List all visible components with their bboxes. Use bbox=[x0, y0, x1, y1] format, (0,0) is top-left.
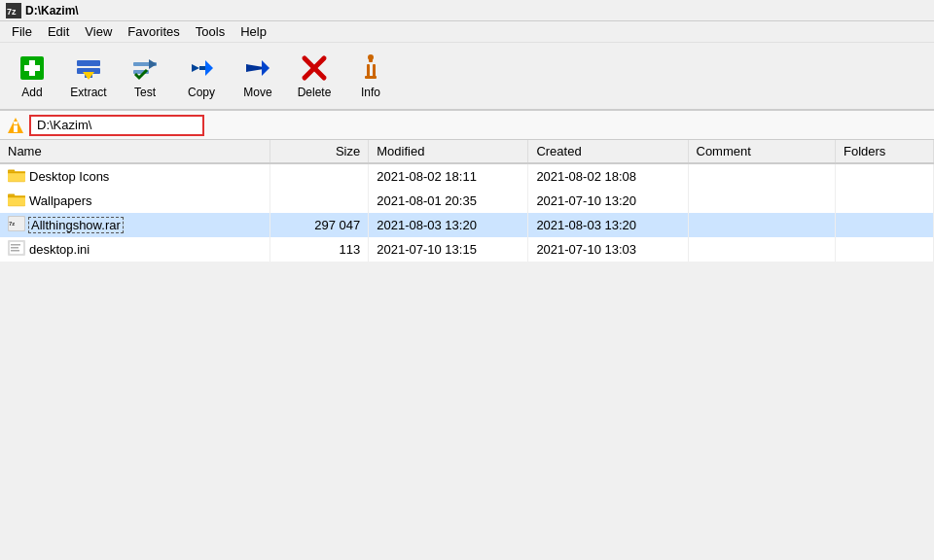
main-window: 7z D:\Kazim\ File Edit View Favorites To… bbox=[0, 0, 934, 560]
move-icon bbox=[242, 52, 273, 84]
test-icon bbox=[129, 52, 161, 84]
add-label: Add bbox=[21, 86, 42, 99]
svg-rect-34 bbox=[8, 195, 25, 197]
svg-rect-4 bbox=[24, 65, 40, 71]
menu-favorites[interactable]: Favorites bbox=[120, 22, 187, 41]
file-name-cell: Desktop Icons bbox=[0, 163, 270, 189]
info-button[interactable]: Info bbox=[344, 47, 397, 105]
menu-help[interactable]: Help bbox=[233, 22, 274, 41]
file-name-text: Wallpapers bbox=[29, 193, 92, 208]
file-created: 2021-08-02 18:08 bbox=[528, 163, 688, 189]
svg-rect-42 bbox=[11, 250, 19, 252]
copy-icon bbox=[186, 52, 217, 84]
app-icon: 7z bbox=[6, 3, 21, 18]
col-header-modified[interactable]: Modified bbox=[369, 140, 528, 163]
toolbar: Add Extract bbox=[0, 43, 934, 111]
delete-label: Delete bbox=[298, 86, 332, 99]
file-table: Name Size Modified Created Comment Folde… bbox=[0, 140, 934, 262]
file-folders bbox=[836, 163, 934, 189]
folder-icon bbox=[8, 192, 25, 207]
rar-file-icon: 7z bbox=[8, 216, 25, 234]
file-modified: 2021-08-02 18:11 bbox=[369, 163, 528, 189]
folder-file-icon bbox=[8, 167, 25, 186]
file-size bbox=[270, 189, 369, 213]
file-created: 2021-07-10 13:03 bbox=[528, 237, 688, 262]
table-row[interactable]: desktop.ini1132021-07-10 13:152021-07-10… bbox=[0, 237, 934, 262]
file-folders bbox=[836, 237, 934, 262]
ini-icon bbox=[8, 240, 25, 256]
file-comment bbox=[688, 237, 836, 262]
extract-label: Extract bbox=[70, 86, 106, 99]
table-row[interactable]: Wallpapers2021-08-01 20:352021-07-10 13:… bbox=[0, 189, 934, 213]
svg-text:7z: 7z bbox=[9, 221, 15, 227]
menu-tools[interactable]: Tools bbox=[188, 22, 233, 41]
menu-edit[interactable]: Edit bbox=[40, 22, 77, 41]
col-header-folders[interactable]: Folders bbox=[836, 140, 934, 163]
extract-button[interactable]: Extract bbox=[62, 47, 115, 105]
svg-rect-22 bbox=[365, 76, 377, 79]
move-label: Move bbox=[243, 86, 271, 99]
svg-marker-10 bbox=[149, 59, 157, 69]
svg-marker-14 bbox=[205, 60, 213, 76]
file-comment bbox=[688, 189, 836, 213]
info-icon bbox=[355, 52, 386, 84]
content-area: Name Size Modified Created Comment Folde… bbox=[0, 140, 934, 560]
file-size bbox=[270, 163, 369, 189]
svg-marker-16 bbox=[262, 60, 269, 76]
file-folders bbox=[836, 189, 934, 213]
rar-icon: 7z bbox=[8, 216, 25, 231]
file-modified: 2021-08-03 13:20 bbox=[369, 213, 528, 237]
table-row[interactable]: Desktop Icons2021-08-02 18:112021-08-02 … bbox=[0, 163, 934, 189]
address-bar bbox=[0, 111, 934, 140]
extract-icon bbox=[73, 52, 104, 84]
file-folders bbox=[836, 213, 934, 237]
menu-file[interactable]: File bbox=[4, 22, 40, 41]
table-header: Name Size Modified Created Comment Folde… bbox=[0, 140, 934, 163]
svg-rect-25 bbox=[14, 125, 18, 132]
svg-point-23 bbox=[368, 54, 374, 60]
info-label: Info bbox=[361, 86, 380, 99]
svg-rect-13 bbox=[199, 66, 205, 70]
col-header-comment[interactable]: Comment bbox=[688, 140, 836, 163]
delete-icon bbox=[299, 52, 330, 84]
svg-rect-40 bbox=[11, 244, 20, 246]
folder-icon bbox=[8, 167, 25, 183]
file-modified: 2021-07-10 13:15 bbox=[369, 237, 528, 262]
file-comment bbox=[688, 163, 836, 189]
title-bar: 7z D:\Kazim\ bbox=[0, 0, 934, 21]
file-name-text: Allthingshow.rar bbox=[29, 218, 123, 232]
move-button[interactable]: Move bbox=[232, 47, 284, 105]
copy-button[interactable]: Copy bbox=[175, 47, 228, 105]
svg-rect-41 bbox=[11, 247, 18, 249]
file-modified: 2021-08-01 20:35 bbox=[369, 189, 528, 213]
svg-marker-8 bbox=[83, 72, 94, 80]
svg-marker-12 bbox=[192, 64, 199, 72]
address-input[interactable] bbox=[29, 115, 204, 136]
file-name-cell: Wallpapers bbox=[0, 189, 270, 213]
title-bar-text: D:\Kazim\ bbox=[25, 4, 79, 18]
svg-rect-26 bbox=[14, 122, 18, 124]
file-name-cell: 7z Allthingshow.rar bbox=[0, 213, 270, 237]
add-icon bbox=[17, 52, 48, 84]
col-header-name[interactable]: Name bbox=[0, 140, 270, 163]
file-list: Name Size Modified Created Comment Folde… bbox=[0, 140, 934, 262]
menu-bar: File Edit View Favorites Tools Help bbox=[0, 21, 934, 43]
delete-button[interactable]: Delete bbox=[288, 47, 341, 105]
table-row[interactable]: 7z Allthingshow.rar297 0472021-08-03 13:… bbox=[0, 213, 934, 237]
svg-rect-20 bbox=[367, 64, 370, 78]
svg-rect-5 bbox=[77, 60, 100, 66]
add-button[interactable]: Add bbox=[6, 47, 58, 105]
col-header-size[interactable]: Size bbox=[270, 140, 369, 163]
col-header-created[interactable]: Created bbox=[528, 140, 688, 163]
file-size: 297 047 bbox=[270, 213, 369, 237]
svg-rect-21 bbox=[373, 64, 376, 78]
file-comment bbox=[688, 213, 836, 237]
file-name-cell: desktop.ini bbox=[0, 237, 270, 262]
file-name-text: Desktop Icons bbox=[29, 169, 109, 184]
folder-file-icon bbox=[8, 192, 25, 210]
address-nav-icon bbox=[6, 116, 25, 135]
file-name-text: desktop.ini bbox=[29, 242, 90, 257]
ini-file-icon bbox=[8, 240, 25, 259]
test-button[interactable]: Test bbox=[119, 47, 171, 105]
menu-view[interactable]: View bbox=[77, 22, 120, 41]
